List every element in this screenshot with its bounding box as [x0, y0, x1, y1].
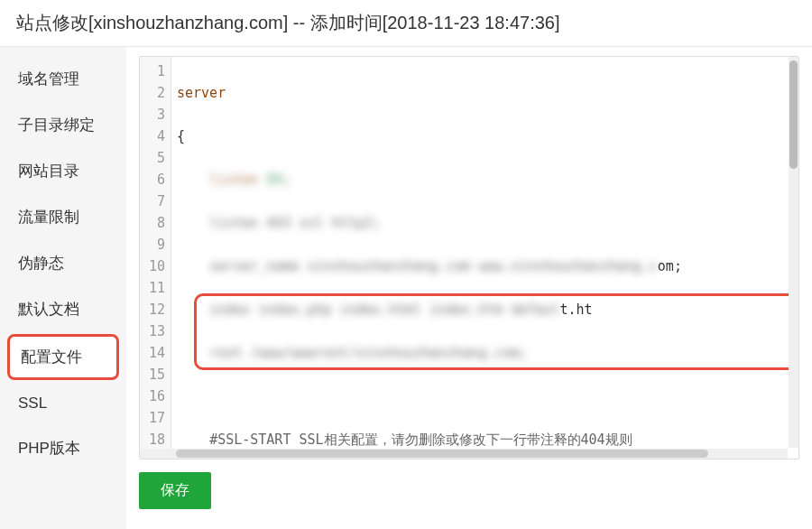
sidebar-item-config[interactable]: 配置文件: [7, 334, 119, 380]
code-token: listen: [209, 172, 258, 188]
code-token: ;: [282, 172, 291, 188]
code-token: t.ht: [559, 302, 592, 318]
main-layout: 域名管理 子目录绑定 网站目录 流量限制 伪静态 默认文档 配置文件 SSL P…: [0, 47, 812, 529]
code-editor[interactable]: 123456789101112131415161718 server { lis…: [139, 56, 799, 459]
footer: 保存: [139, 459, 799, 522]
code-token: om;: [658, 258, 682, 274]
code-token: server: [177, 85, 226, 101]
sidebar-item-defaultdoc[interactable]: 默认文档: [0, 286, 126, 332]
code-token: {: [177, 125, 793, 147]
code-content[interactable]: server { listen 80; listen 443 ssl http2…: [171, 57, 798, 459]
vertical-scrollbar[interactable]: [789, 57, 798, 448]
sidebar-item-webdir[interactable]: 网站目录: [0, 148, 126, 194]
page-title: 站点修改[xinshouzhanzhang.com] -- 添加时间[2018-…: [0, 0, 812, 47]
sidebar-item-traffic[interactable]: 流量限制: [0, 194, 126, 240]
horizontal-scrollbar[interactable]: [140, 449, 788, 459]
horizontal-scroll-thumb[interactable]: [176, 450, 708, 458]
vertical-scroll-thumb[interactable]: [789, 60, 798, 169]
sidebar-item-domain[interactable]: 域名管理: [0, 56, 126, 102]
line-gutter: 123456789101112131415161718: [140, 57, 171, 459]
sidebar-item-subdir[interactable]: 子目录绑定: [0, 102, 126, 148]
sidebar-item-ssl[interactable]: SSL: [0, 382, 126, 425]
save-button[interactable]: 保存: [139, 472, 211, 509]
content-area: 123456789101112131415161718 server { lis…: [126, 47, 812, 529]
sidebar-item-phpver[interactable]: PHP版本: [0, 425, 126, 471]
code-token: 80: [266, 172, 282, 188]
sidebar-item-static[interactable]: 伪静态: [0, 240, 126, 286]
code-comment: #SSL-START SSL相关配置，请勿删除或修改下一行带注释的404规则: [209, 432, 632, 448]
sidebar: 域名管理 子目录绑定 网站目录 流量限制 伪静态 默认文档 配置文件 SSL P…: [0, 47, 126, 529]
